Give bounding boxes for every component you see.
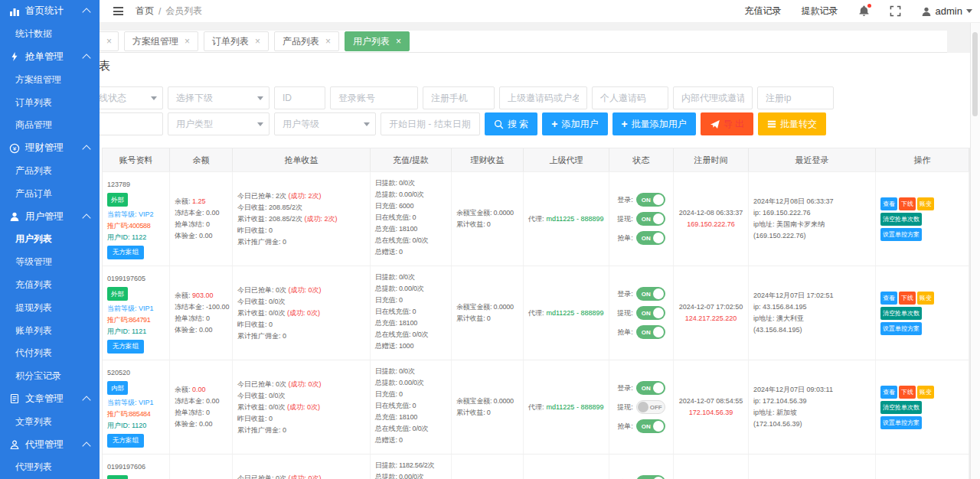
close-icon[interactable]: × xyxy=(106,37,112,46)
scrollbar-thumb[interactable] xyxy=(972,32,978,116)
grab-toggle[interactable]: ON xyxy=(636,231,665,245)
search-button[interactable]: 搜 索 xyxy=(485,112,537,135)
recharge-record-link[interactable]: 充值记录 xyxy=(745,5,782,18)
set-order-control-button[interactable]: 设置单控方案 xyxy=(880,322,922,335)
withdraw-record-link[interactable]: 提款记录 xyxy=(802,5,838,18)
clear-grab-count-button[interactable]: 清空抢单次数 xyxy=(880,213,922,226)
sidebar-item-product-list[interactable]: 产品列表 xyxy=(0,160,100,183)
sidebar-item-home-stats[interactable]: 首页统计 xyxy=(0,0,100,23)
view-button[interactable]: 查看 xyxy=(880,386,897,399)
tab-product-list[interactable]: 产品列表× xyxy=(274,31,339,51)
close-icon[interactable]: × xyxy=(185,37,190,46)
sidebar-item-article-mgmt[interactable]: 文章管理 xyxy=(0,388,100,411)
internal-agent-input[interactable] xyxy=(673,86,753,109)
export-button[interactable]: 导 出 xyxy=(701,112,753,135)
register-ip-input[interactable] xyxy=(757,86,834,109)
id-input[interactable] xyxy=(274,86,325,109)
admin-menu[interactable]: admin xyxy=(921,5,972,17)
breadcrumb-home[interactable]: 首页 xyxy=(136,5,154,18)
vertical-scrollbar[interactable] xyxy=(970,23,980,479)
chevron-up-icon xyxy=(82,396,90,404)
grab-toggle[interactable]: ON xyxy=(636,419,665,433)
login-toggle[interactable]: ON xyxy=(636,287,665,301)
cell-grab-income: 今日已抢单: 0次 (成功: 0次) 今日收益: 0/0次 累计收益: 2834… xyxy=(233,455,371,479)
tab-user-list[interactable]: 用户列表× xyxy=(345,31,410,51)
sidebar-item-withdraw-list[interactable]: 提现列表 xyxy=(0,296,100,319)
batch-add-user-button[interactable]: + 批量添加用户 xyxy=(612,112,696,135)
sidebar-item-agent-mgmt[interactable]: 代理管理 xyxy=(0,433,100,456)
account-username: 0199197605 xyxy=(107,273,165,285)
sidebar-item-recharge-list[interactable]: 充值列表 xyxy=(0,274,100,297)
sidebar-item-goods-mgmt[interactable]: 商品管理 xyxy=(0,114,100,137)
sidebar-item-points-record[interactable]: 积分宝记录 xyxy=(0,365,100,388)
bell-icon[interactable] xyxy=(858,5,870,17)
select-subordinate-select[interactable]: 选择下级 xyxy=(168,86,270,109)
fullscreen-icon[interactable] xyxy=(890,5,901,17)
grab-toggle[interactable]: ON xyxy=(636,325,665,339)
sidebar-item-stat-data[interactable]: 统计数据 xyxy=(0,23,100,46)
account-change-button[interactable]: 账变 xyxy=(917,197,934,210)
tab-order-list[interactable]: 订单列表× xyxy=(204,31,269,51)
offline-button[interactable]: 下线 xyxy=(899,386,916,399)
set-order-control-button[interactable]: 设置单控方案 xyxy=(880,416,922,429)
account-change-button[interactable]: 账变 xyxy=(917,292,934,305)
no-plan-button[interactable]: 无方案组 xyxy=(107,340,144,354)
withdraw-toggle[interactable]: OFF xyxy=(636,400,665,414)
account-username: 123789 xyxy=(107,179,165,191)
login-toggle[interactable]: ON xyxy=(636,193,665,207)
menu-toggle-icon[interactable] xyxy=(113,7,123,15)
close-icon[interactable]: × xyxy=(325,37,331,46)
parent-invite-code-input[interactable] xyxy=(499,86,587,109)
user-type-select[interactable]: 用户类型 xyxy=(168,112,270,135)
sidebar-item-payment-list[interactable]: 代付列表 xyxy=(0,342,100,365)
tab-plan-group[interactable]: 方案组管理× xyxy=(124,31,198,51)
table-row: 0199197605 外部 当前等级: VIP1 推广码:864791 用户ID… xyxy=(103,266,969,360)
sidebar-item-article-list[interactable]: 文章列表 xyxy=(0,410,100,433)
sidebar-item-agent-list[interactable]: 代理列表 xyxy=(0,456,100,479)
date-range-input[interactable]: 开始日期 - 结束日期 xyxy=(381,112,480,135)
login-toggle[interactable]: ON xyxy=(636,381,665,395)
clear-grab-count-button[interactable]: 清空抢单次数 xyxy=(880,401,922,414)
withdraw-toggle[interactable]: ON xyxy=(636,306,665,320)
agent-value: md11225 - 888899 xyxy=(547,402,604,413)
account-level: 当前等级: VIP2 xyxy=(107,209,165,220)
withdraw-toggle[interactable]: ON xyxy=(636,212,665,226)
clear-grab-count-button[interactable]: 清空抢单次数 xyxy=(880,307,922,320)
col-last-login: 最近登录 xyxy=(749,148,876,171)
filter-panel: 在线状态 选择下级 用户类型 用户等级 开始日期 - 结束日期 搜 索 + 添加… xyxy=(102,86,834,138)
view-button[interactable]: 查看 xyxy=(880,292,897,305)
account-change-button[interactable]: 账变 xyxy=(917,386,934,399)
close-icon[interactable]: × xyxy=(255,37,260,46)
set-order-control-button[interactable]: 设置单控方案 xyxy=(880,228,922,241)
sidebar-item-plan-group[interactable]: 方案组管理 xyxy=(0,68,100,91)
sidebar-item-finance-mgmt[interactable]: ¥ 理财管理 xyxy=(0,137,100,160)
close-icon[interactable]: × xyxy=(396,37,401,46)
sidebar-item-level-mgmt[interactable]: 等级管理 xyxy=(0,251,100,274)
sidebar-item-order-list[interactable]: 订单列表 xyxy=(0,91,100,114)
account-type-tag: 外部 xyxy=(107,287,128,301)
admin-username: admin xyxy=(936,5,962,17)
sidebar-item-product-order[interactable]: 产品订单 xyxy=(0,182,100,205)
view-button[interactable]: 查看 xyxy=(880,197,897,210)
batch-transfer-button[interactable]: 批量转交 xyxy=(758,112,826,135)
account-user-id: 用户ID: 1122 xyxy=(107,232,165,243)
login-toggle[interactable]: ON xyxy=(636,475,665,479)
sidebar-item-user-mgmt[interactable]: 用户管理 xyxy=(0,205,100,228)
add-user-button[interactable]: + 添加用户 xyxy=(542,112,607,135)
no-plan-button[interactable]: 无方案组 xyxy=(107,434,144,448)
offline-button[interactable]: 下线 xyxy=(899,292,916,305)
chevron-down-icon xyxy=(966,9,972,16)
register-phone-input[interactable] xyxy=(423,86,495,109)
user-level-select[interactable]: 用户等级 xyxy=(274,112,376,135)
cell-status: 登录: ON 提现: OFF 抢单: ON xyxy=(609,360,674,454)
col-account: 账号资料 xyxy=(103,148,170,171)
sidebar-item-bill-list[interactable]: 账单列表 xyxy=(0,319,100,342)
personal-invite-code-input[interactable] xyxy=(592,86,668,109)
sidebar-item-grab-mgmt[interactable]: 抢单管理 xyxy=(0,46,100,69)
sidebar-item-user-list[interactable]: 用户列表 xyxy=(0,228,100,251)
filter-row-1: 在线状态 选择下级 xyxy=(102,86,834,109)
login-account-input[interactable] xyxy=(330,86,418,109)
no-plan-button[interactable]: 无方案组 xyxy=(107,246,144,259)
filter-row-2: 用户类型 用户等级 开始日期 - 结束日期 搜 索 + 添加用户 + 批量添加用… xyxy=(102,112,834,135)
offline-button[interactable]: 下线 xyxy=(899,197,916,210)
